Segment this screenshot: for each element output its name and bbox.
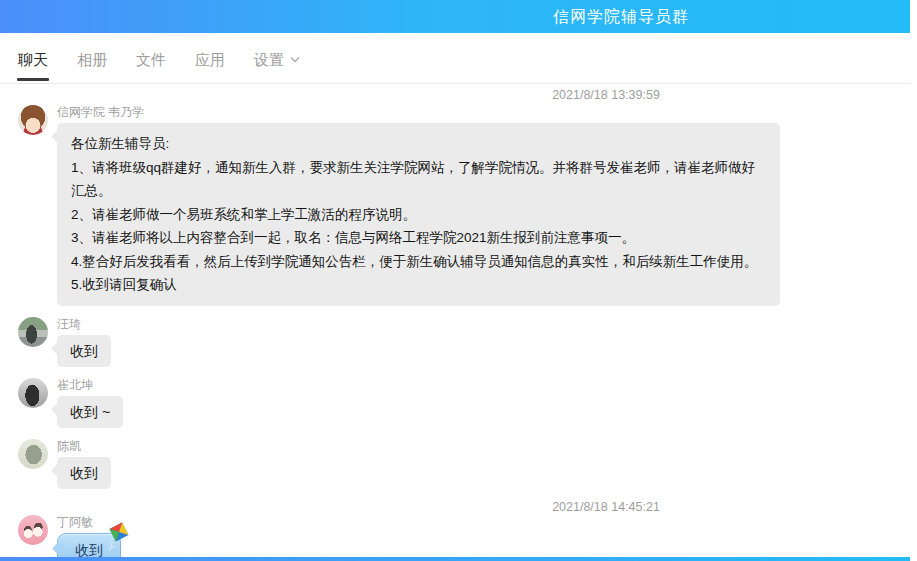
tab-bar: 聊天 相册 文件 应用 设置 bbox=[0, 33, 910, 84]
sender-name: 汪琦 bbox=[57, 317, 111, 331]
kite-icon bbox=[106, 521, 132, 551]
chat-message: 丁阿敏 收到 bbox=[0, 515, 917, 561]
scrollbar-track[interactable] bbox=[910, 0, 917, 561]
sender-name: 崔北坤 bbox=[57, 378, 123, 392]
message-bubble[interactable]: 各位新生辅导员: 1、请将班级qq群建好，通知新生入群，要求新生关注学院网站，了… bbox=[57, 123, 780, 306]
timestamp: 2021/8/18 14:45:21 bbox=[0, 500, 917, 515]
message-line: 5.收到请回复确认 bbox=[71, 273, 766, 297]
message-bubble[interactable]: 收到 bbox=[57, 335, 111, 367]
chat-message: 信网学院 韦乃学 各位新生辅导员: 1、请将班级qq群建好，通知新生入群，要求新… bbox=[0, 105, 917, 306]
chat-message: 汪琦 收到 bbox=[0, 317, 917, 367]
tab-files[interactable]: 文件 bbox=[136, 51, 166, 83]
message-line: 各位新生辅导员: bbox=[71, 132, 766, 156]
message-line: 2、请崔老师做一个易班系统和掌上学工激活的程序说明。 bbox=[71, 203, 766, 227]
tab-album[interactable]: 相册 bbox=[77, 51, 107, 83]
bottom-accent-bar bbox=[0, 557, 910, 561]
avatar[interactable] bbox=[18, 378, 48, 408]
group-title: 信网学院辅导员群 bbox=[553, 7, 689, 28]
message-line: 收到 bbox=[75, 542, 103, 558]
timestamp: 2021/8/18 13:39:59 bbox=[0, 88, 917, 103]
message-line: 4.整合好后发我看看，然后上传到学院通知公告栏，便于新生确认辅导员通知信息的真实… bbox=[71, 250, 766, 274]
avatar[interactable] bbox=[18, 439, 48, 469]
group-chat-window: 信网学院辅导员群 聊天 相册 文件 应用 设置 2021/8/18 13:39:… bbox=[0, 0, 917, 561]
message-bubble[interactable]: 收到 ~ bbox=[57, 396, 123, 428]
avatar[interactable] bbox=[18, 515, 48, 545]
chat-message: 陈凯 收到 bbox=[0, 439, 917, 489]
tab-chat[interactable]: 聊天 bbox=[18, 51, 48, 83]
avatar[interactable] bbox=[18, 105, 48, 135]
chevron-down-icon bbox=[290, 51, 300, 68]
sender-name: 陈凯 bbox=[57, 439, 111, 453]
header-bar: 信网学院辅导员群 bbox=[0, 0, 917, 33]
avatar[interactable] bbox=[18, 317, 48, 347]
message-line: 1、请将班级qq群建好，通知新生入群，要求新生关注学院网站，了解学院情况。并将群… bbox=[71, 156, 766, 203]
sender-name: 信网学院 韦乃学 bbox=[57, 105, 780, 119]
message-line: 3、请崔老师将以上内容整合到一起，取名：信息与网络工程学院2021新生报到前注意… bbox=[71, 226, 766, 250]
tab-settings[interactable]: 设置 bbox=[254, 51, 300, 83]
tab-apps[interactable]: 应用 bbox=[195, 51, 225, 83]
message-bubble[interactable]: 收到 bbox=[57, 457, 111, 489]
chat-message: 崔北坤 收到 ~ bbox=[0, 378, 917, 428]
chat-area: 2021/8/18 13:39:59 信网学院 韦乃学 各位新生辅导员: 1、请… bbox=[0, 84, 917, 561]
